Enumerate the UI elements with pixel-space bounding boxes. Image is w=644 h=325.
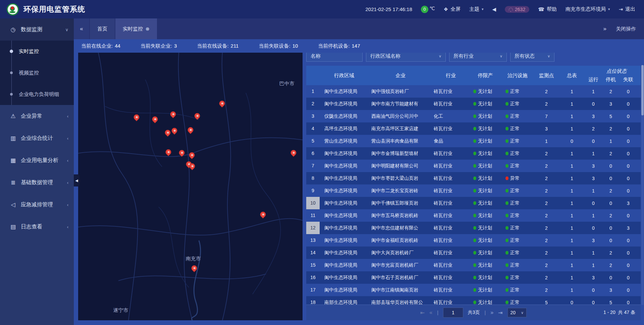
mute-button[interactable]: ◀ (492, 6, 496, 12)
tab[interactable]: 首页 ⊗ (90, 18, 115, 39)
status-dot (505, 114, 508, 118)
table-scrollbar[interactable] (641, 65, 644, 305)
table-row[interactable]: 1 阆中生态环境局 阆中强锐页岩砖厂 砖瓦行业 无计划 正常 2 1 1 2 0 (306, 85, 641, 98)
sidebar-collapse-handle[interactable]: ◀ (74, 174, 79, 186)
cell-run: 3 (585, 238, 602, 243)
scrollbar-thumb[interactable] (641, 65, 644, 115)
cell-company: 阆中千佛镇五郎垭页岩 (369, 200, 432, 206)
table-row[interactable]: 5 营山生态环境局 营山县润丰肉食品有限 食品 无计划 正常 1 0 0 1 0 (306, 135, 641, 147)
cell-points: 2 (534, 225, 559, 231)
status-dot (505, 226, 508, 230)
col-plan: 停限产 (469, 72, 501, 79)
last-page-button[interactable]: ⇥ (498, 310, 502, 316)
table-row[interactable]: 14 阆中生态环境局 阆中大兴页岩机砖厂 砖瓦行业 无计划 正常 2 1 1 2… (306, 247, 641, 259)
tab-label: 实时监控 (123, 26, 143, 32)
sidebar-item-label: 数据监测 (21, 26, 42, 33)
table-row[interactable]: 3 仪陇生态环境局 西南油气田分公司川中 化工 无计划 正常 7 1 3 5 0 (306, 110, 641, 122)
cell-points: 2 (534, 163, 559, 169)
status-dot-green (473, 189, 476, 193)
cell-industry: 砖瓦行业 (432, 101, 469, 107)
sidebar-item[interactable]: 实时监控 (0, 41, 74, 62)
status-dot-green (473, 251, 476, 255)
chevron-icon: ‹ (67, 136, 68, 141)
cell-region: 阆中生态环境局 (320, 89, 369, 95)
cell-company: 南部县瑞华页岩砖有限公 (369, 300, 432, 305)
sidebar-item[interactable]: ▦ 企业用电量分析 ‹ (0, 149, 74, 171)
temperature-badge: 0 (421, 6, 428, 13)
table-row[interactable]: 13 阆中生态环境局 阆中市金福旺页岩机砖 砖瓦行业 无计划 正常 2 1 3 … (306, 234, 641, 247)
table-row[interactable]: 18 南部生态环境局 南部县瑞华页岩砖有限公 砖瓦行业 无计划 正常 5 0 0… (306, 296, 641, 305)
bell-icon (509, 8, 513, 11)
sidebar-item[interactable]: ≣ 基础数据管理 ‹ (0, 171, 74, 194)
cell-industry: 砖瓦行业 (432, 275, 469, 281)
cell-industry: 砖瓦行业 (432, 262, 469, 268)
table-row[interactable]: 12 阆中生态环境局 阆中市忠信建材有限公 砖瓦行业 无计划 正常 2 1 0 … (306, 222, 641, 234)
table-row[interactable]: 11 阆中生态环境局 阆中市五马桥页岩机砖 砖瓦行业 无计划 正常 2 1 1 … (306, 209, 641, 222)
table-row[interactable]: 10 阆中生态环境局 阆中千佛镇五郎垭页岩 砖瓦行业 无计划 正常 2 1 0 … (306, 197, 641, 209)
next-page-button[interactable]: » (490, 310, 493, 316)
cell-industry: 化工 (432, 113, 469, 119)
close-operations-button[interactable]: 关闭操作 (616, 26, 636, 32)
table-row[interactable]: 6 阆中生态环境局 阆中市金博瑞新型墙材 砖瓦行业 无计划 正常 2 1 1 2… (306, 147, 641, 160)
help-button[interactable]: ☎ 帮助 (538, 6, 557, 12)
sidebar-item[interactable]: ▥ 企业综合统计 ‹ (0, 127, 74, 149)
table-row[interactable]: 15 阆中生态环境局 阆中市光富页岩机砖厂 砖瓦行业 无计划 正常 2 1 1 … (306, 259, 641, 271)
table-row[interactable]: 9 阆中生态环境局 阆中市二龙长宝页岩砖 砖瓦行业 无计划 正常 2 1 1 2… (306, 184, 641, 197)
status-dot (505, 102, 508, 106)
theme-dropdown[interactable]: 主题 ▾ (469, 6, 484, 12)
sidebar-item[interactable]: ◷ 数据监测 ∨ (0, 18, 74, 41)
first-page-button[interactable]: ⇤ (420, 310, 425, 316)
cell-company: 阆中市枣碧大梁山页岩 (369, 175, 432, 181)
cell-index: 9 (306, 184, 320, 197)
page-number-input[interactable] (443, 308, 463, 318)
tabs-scroll-left-button[interactable]: « (74, 18, 89, 39)
table-header: 行政区域 企业 行业 停限产 治污设施 监测点 总表 点位状态 运行 停机 失联 (306, 66, 641, 85)
cell-total: 1 (559, 176, 585, 181)
table-row[interactable]: 8 阆中生态环境局 阆中市枣碧大梁山页岩 砖瓦行业 无计划 异常 2 1 3 0… (306, 172, 641, 184)
sidebar-item[interactable]: ▤ 日志查看 ‹ (0, 216, 74, 238)
cell-run: 0 (585, 139, 602, 144)
tab[interactable]: 实时监控 ⊗ (115, 18, 157, 39)
cell-total: 1 (559, 188, 585, 194)
cell-plan: 无计划 (469, 237, 501, 243)
fullscreen-button[interactable]: ❖ 全屏 (444, 6, 461, 12)
sidebar-item[interactable]: ⚠ 企业异常 ‹ (0, 105, 74, 127)
header-right-cluster: 2021-02-25 17:46:18 0 ℃ ❖ 全屏 主题 ▾ ◀ 2632… (365, 6, 644, 13)
table-row[interactable]: 16 阆中生态环境局 阆中市石子页岩机砖厂 砖瓦行业 无计划 正常 2 1 3 … (306, 271, 641, 284)
cell-region: 南部生态环境局 (320, 300, 369, 305)
table-row[interactable]: 4 高坪生态环境局 南充市高坪区王家店建 砖瓦行业 无计划 正常 3 1 2 2… (306, 122, 641, 135)
notification-badge[interactable]: 2632 (505, 6, 529, 13)
sidebar-item[interactable]: 视频监控 (0, 62, 74, 84)
org-user-menu[interactable]: 南充市生态环境局 ▾ (566, 6, 610, 12)
cell-total: 1 (559, 213, 585, 218)
tabs-scroll-right-button[interactable]: » (603, 25, 606, 32)
sidebar-item[interactable]: ◁ 应急减排管理 ‹ (0, 194, 74, 216)
prev-page-button[interactable]: « (429, 310, 432, 316)
map-panel[interactable]: 巴中市 南充市 遂宁市 (78, 53, 303, 320)
cell-run: 1 (585, 263, 602, 268)
cell-facility: 正常 (501, 200, 534, 206)
table-row[interactable]: 2 阆中生态环境局 阆中市南方节能建材有 砖瓦行业 无计划 正常 2 1 0 3… (306, 98, 641, 110)
cell-total: 1 (559, 238, 585, 243)
cell-region: 阆中生态环境局 (320, 225, 369, 231)
cell-run: 0 (585, 101, 602, 107)
tab-close-icon[interactable]: ⊗ (146, 26, 150, 32)
cell-total: 1 (559, 250, 585, 256)
logout-button[interactable]: ⇥ 退出 (619, 6, 635, 12)
table-row[interactable]: 7 阆中生态环境局 阆中明阳建材有限公司 砖瓦行业 无计划 正常 2 1 3 0… (306, 160, 641, 172)
stat-label: 当前停机设备: (318, 43, 350, 49)
page-size-select[interactable]: 20 ∨ (507, 308, 527, 317)
table-row[interactable]: 17 阆中生态环境局 阆中市江南镇阆南页岩 砖瓦行业 无计划 正常 2 1 0 … (306, 284, 641, 296)
cell-run: 3 (585, 163, 602, 169)
sidebar-item[interactable]: 企业电力负荷明细 (0, 84, 74, 105)
cell-lost: 0 (620, 89, 637, 94)
cell-lost: 0 (620, 213, 637, 218)
cell-index: 5 (306, 135, 320, 147)
temperature-widget: 0 ℃ (421, 6, 435, 13)
cell-total: 1 (559, 151, 585, 156)
status-dot-green (473, 238, 476, 242)
cell-plan: 无计划 (469, 213, 501, 219)
cell-lost: 0 (620, 114, 637, 119)
stat-value: 147 (352, 43, 360, 49)
map-city-label: 南充市 (186, 255, 201, 262)
